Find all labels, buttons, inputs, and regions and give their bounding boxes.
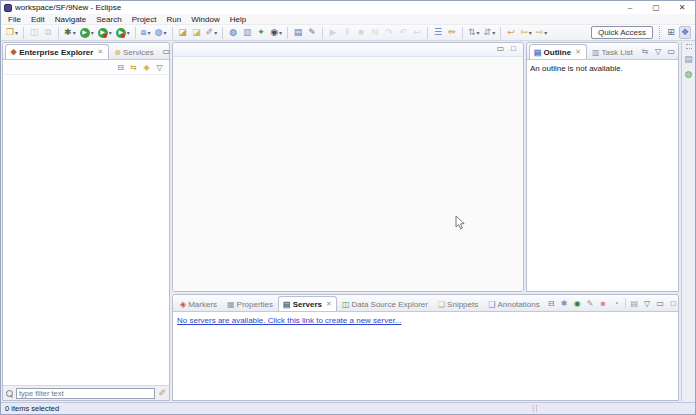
outline-panel: ▤Outline✕▥Task List ⇆▽▭□ An outline is n… — [526, 42, 679, 292]
web-globe-button[interactable]: ◍ — [683, 68, 695, 80]
clear-filter-icon[interactable]: ✐ — [158, 388, 166, 398]
tab-markers[interactable]: ◈Markers — [175, 296, 222, 311]
explorer-tree-area[interactable] — [3, 75, 169, 385]
import-folder-button[interactable]: ◪ — [177, 26, 189, 39]
java-ee-tool-button[interactable]: ✦ — [255, 26, 267, 39]
menu-item-navigate[interactable]: Navigate — [50, 15, 92, 24]
publish-server-button[interactable]: ◔ — [610, 297, 623, 309]
back-history-dropdown-icon[interactable]: ▾ — [529, 29, 532, 36]
quick-access-box[interactable]: Quick Access — [591, 26, 653, 39]
close-tab-icon[interactable]: ✕ — [575, 48, 581, 56]
menu-item-help[interactable]: Help — [225, 15, 251, 24]
menu-item-project[interactable]: Project — [127, 15, 162, 24]
debug-button[interactable]: ✱▾ — [63, 26, 77, 39]
menu-item-window[interactable]: Window — [186, 15, 224, 24]
open-task-button[interactable]: ✏ — [446, 26, 458, 39]
annotation-pen-button[interactable]: ✎ — [306, 26, 318, 39]
view-menu-button[interactable]: ▽ — [153, 61, 166, 73]
status-grip[interactable]: ┆┆ — [531, 405, 537, 413]
forward-history-button[interactable]: ⇨▾ — [535, 26, 549, 39]
run-button[interactable]: ▶▾ — [79, 26, 95, 39]
suspend-icon: ‖ — [345, 27, 349, 38]
forward-history-icon: ⇨ — [536, 27, 544, 38]
debug-dropdown-icon[interactable]: ▾ — [73, 29, 76, 36]
previous-annotation-dropdown-icon[interactable]: ▾ — [492, 29, 495, 36]
collapse-all-button[interactable]: ⊟ — [545, 297, 558, 309]
filter-input[interactable] — [16, 388, 155, 399]
annotation-pen-icon: ✎ — [308, 27, 316, 38]
toolbar-separator — [462, 27, 463, 39]
new-wizard-button[interactable]: ❐▾ — [5, 26, 19, 39]
minimize-button[interactable]: ▭ — [654, 297, 667, 309]
restore-palette-button[interactable]: ▤ — [683, 53, 695, 65]
link-with-editor-button[interactable]: ⇆ — [127, 61, 140, 73]
view-menu-button[interactable]: ▽ — [641, 297, 654, 309]
tab-annotations[interactable]: ❑Annotations — [483, 296, 544, 311]
debug-server-button[interactable]: ✱ — [558, 297, 571, 309]
back-history-button[interactable]: ⇦▾ — [519, 26, 533, 39]
profile-dropdown-icon[interactable]: ▾ — [127, 29, 130, 36]
maximize-button[interactable]: □ — [667, 297, 680, 309]
menu-item-run[interactable]: Run — [162, 15, 187, 24]
view-menu-button[interactable]: ▽ — [652, 45, 665, 57]
run-wizard-button[interactable]: ✐▾ — [205, 26, 219, 39]
dock-grip[interactable] — [686, 44, 692, 49]
forward-history-dropdown-icon[interactable]: ▾ — [544, 29, 547, 36]
profile-button[interactable]: ▶▾ — [115, 26, 131, 39]
tab-task-list[interactable]: ▥Task List — [587, 44, 639, 59]
maximize-button[interactable]: □ — [507, 43, 520, 55]
menu-item-edit[interactable]: Edit — [26, 15, 50, 24]
external-browser-dropdown-icon[interactable]: ▾ — [279, 29, 282, 36]
previous-annotation-button[interactable]: ⇵▾ — [483, 26, 497, 39]
run-dropdown-icon[interactable]: ▾ — [91, 29, 94, 36]
create-web-service-button[interactable]: ◍▾ — [154, 26, 168, 39]
tab-snippets[interactable]: ❏Snippets — [433, 296, 483, 311]
last-edit-location-button[interactable]: ↩ — [505, 26, 517, 39]
maximize-window-button[interactable]: ▢ — [643, 1, 669, 14]
next-annotation-button[interactable]: ⇅▾ — [467, 26, 481, 39]
tab-services[interactable]: ⊛Services — [109, 44, 159, 59]
menu-item-search[interactable]: Search — [91, 15, 126, 24]
java-ee-perspective-button[interactable]: ❖ — [679, 26, 691, 39]
profile-server-button[interactable]: ✎ — [584, 297, 597, 309]
new-server-button[interactable]: ⧈▾ — [140, 26, 152, 39]
create-server-link[interactable]: No servers are available. Click this lin… — [177, 316, 402, 325]
close-tab-icon[interactable]: ✕ — [326, 300, 332, 308]
link-with-editor-button[interactable]: ⇆ — [639, 45, 652, 57]
editor-content[interactable] — [173, 57, 523, 291]
task-list-tab-label: Task List — [602, 48, 633, 57]
focus-on-active-task-button[interactable]: ◈ — [140, 61, 153, 73]
open-perspective-button[interactable]: ⊞ — [665, 26, 677, 39]
outline-tab-icon: ▤ — [534, 48, 542, 57]
tab-properties[interactable]: ▦Properties — [222, 296, 278, 311]
server-properties-button[interactable]: ▤ — [628, 297, 641, 309]
web-browser-button[interactable]: ◍ — [227, 26, 239, 39]
export-folder-button[interactable]: ◪ — [191, 26, 203, 39]
next-annotation-dropdown-icon[interactable]: ▾ — [477, 29, 480, 36]
minimize-button[interactable]: ▭ — [665, 45, 678, 57]
save-icon: ◫ — [30, 27, 39, 38]
minimize-window-button[interactable]: – — [617, 1, 643, 14]
console-button[interactable]: ▤ — [292, 26, 304, 39]
collapse-all-button[interactable]: ⊟ — [114, 61, 127, 73]
minimize-button[interactable]: ▭ — [494, 43, 507, 55]
minimize-button[interactable]: ▭ — [160, 45, 173, 57]
close-tab-icon[interactable]: ✕ — [97, 48, 103, 56]
tab-enterprise-explorer[interactable]: ❖Enterprise Explorer✕ — [5, 44, 109, 59]
menu-item-file[interactable]: File — [3, 15, 26, 24]
run-last-launched-dropdown-icon[interactable]: ▾ — [109, 29, 112, 36]
mark-occurrences-button[interactable]: ☰ — [432, 26, 444, 39]
tab-data-source-explorer[interactable]: ◫Data Source Explorer — [337, 296, 433, 311]
new-wizard-dropdown-icon[interactable]: ▾ — [15, 29, 18, 36]
run-last-launched-button[interactable]: ▶▾ — [97, 26, 113, 39]
create-web-service-dropdown-icon[interactable]: ▾ — [164, 29, 167, 36]
tab-outline[interactable]: ▤Outline✕ — [529, 44, 587, 59]
run-wizard-dropdown-icon[interactable]: ▾ — [214, 29, 217, 36]
external-browser-button[interactable]: ◉▾ — [269, 26, 283, 39]
close-window-button[interactable]: ✕ — [669, 1, 695, 14]
image-viewer-button[interactable]: ▥ — [241, 26, 253, 39]
tab-servers[interactable]: ▤Servers✕ — [278, 296, 337, 311]
start-server-button[interactable]: ◉ — [571, 297, 584, 309]
new-server-dropdown-icon[interactable]: ▾ — [148, 29, 151, 36]
data-source-explorer-tab-icon: ◫ — [342, 300, 350, 309]
